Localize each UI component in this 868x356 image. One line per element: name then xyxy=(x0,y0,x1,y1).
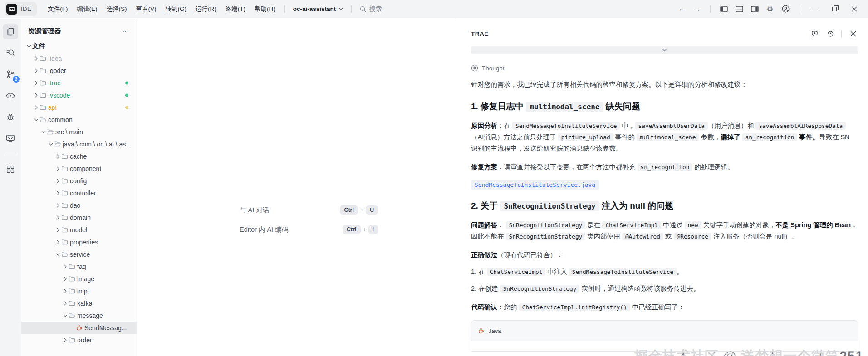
tree-folder-item[interactable]: java \ com \ oc \ ai \ as... xyxy=(21,138,137,150)
layout-right-icon[interactable] xyxy=(748,3,761,15)
text-segment: 是在 xyxy=(585,221,602,229)
menu-item[interactable]: 查看(V) xyxy=(131,3,161,15)
menu-item[interactable]: 编辑(E) xyxy=(72,3,102,15)
tree-folder-item[interactable]: .vscode xyxy=(21,89,137,101)
tree-folder-item[interactable]: model xyxy=(21,224,137,236)
bold-text: 问题解答 xyxy=(471,221,497,229)
preview-eye-icon[interactable] xyxy=(3,88,18,103)
tree-file-item[interactable]: SendMessag... xyxy=(21,322,137,334)
code-block: Java xyxy=(471,320,858,352)
close-panel-icon[interactable] xyxy=(847,28,859,39)
debug-bug-icon[interactable] xyxy=(3,109,18,125)
titlebar-divider xyxy=(710,5,711,13)
file-link[interactable]: SendMessageToInstituteService.java xyxy=(471,180,599,190)
tree-folder-item[interactable]: domain xyxy=(21,211,137,224)
bold-text: 不是 Spring 管理的 Bean xyxy=(775,221,851,229)
titlebar-divider xyxy=(284,5,285,13)
tree-folder-item[interactable]: .idea xyxy=(21,52,137,64)
folder-icon xyxy=(39,79,48,86)
text-segment: 1. 在 xyxy=(471,268,487,275)
chevron-right-icon xyxy=(54,166,61,171)
menu-item[interactable]: 转到(G) xyxy=(161,3,191,15)
bold-text: 漏掉了 xyxy=(721,133,742,141)
inline-code-chip: SendMessageToInstituteService xyxy=(512,122,620,130)
new-chat-icon[interactable] xyxy=(809,28,820,39)
tree-item-label: config xyxy=(70,177,87,185)
layout-left-icon[interactable] xyxy=(717,3,731,15)
text-segment: 事件的 xyxy=(613,133,637,141)
explorer-files-icon[interactable] xyxy=(3,24,18,39)
inline-code-chip: sn_recognition xyxy=(742,133,798,141)
menu-item[interactable]: 文件(F) xyxy=(43,3,72,15)
tree-folder-item[interactable]: message xyxy=(21,309,137,322)
bold-text: 正确做法 xyxy=(471,251,497,258)
tree-folder-item[interactable]: api xyxy=(21,101,137,113)
settings-gear-icon[interactable]: ⚙ xyxy=(763,3,777,15)
project-selector[interactable]: oc-ai-assistant xyxy=(289,4,347,14)
tree-folder-item[interactable]: src \ main xyxy=(21,126,137,138)
shortcut-keys: Ctrl+I xyxy=(343,225,378,234)
tree-folder-item[interactable]: impl xyxy=(21,285,137,297)
tree-folder-item[interactable]: kafka xyxy=(21,297,137,309)
menu-bar: 文件(F)编辑(E)选择(S)查看(V)转到(G)运行(R)终端(T)帮助(H) xyxy=(43,3,280,15)
inline-code-chip: ChatServiceImpl.initRegistry() xyxy=(519,303,630,311)
forward-arrow-icon[interactable]: → xyxy=(690,3,704,15)
app-logo[interactable]: IDE xyxy=(5,2,37,16)
extensions-grid-icon[interactable] xyxy=(3,161,18,177)
tree-folder-item[interactable]: config xyxy=(21,175,137,187)
folder-icon xyxy=(69,275,77,282)
folder-icon xyxy=(39,67,48,74)
chevron-down-icon xyxy=(40,130,47,134)
inline-code-chip: sn_recognition xyxy=(638,163,693,171)
source-control-icon[interactable]: 3 xyxy=(3,67,18,82)
chevron-down-icon xyxy=(33,118,39,122)
tree-folder-item[interactable]: controller xyxy=(21,187,137,199)
search-icon[interactable] xyxy=(3,45,18,61)
tree-folder-item[interactable]: order xyxy=(21,334,137,346)
global-search[interactable]: 搜索 xyxy=(356,3,385,15)
chevron-right-icon xyxy=(54,203,61,208)
inline-code-chip: SnRecognitionStrategy xyxy=(506,233,586,240)
source-control-badge: 3 xyxy=(13,76,20,83)
inline-code-chip: SendMessageToInstituteService xyxy=(569,268,677,276)
tree-folder-item[interactable]: dao xyxy=(21,199,137,211)
tree-folder-item[interactable]: service xyxy=(21,248,137,260)
trae-chat-panel: TRAE Thought 针对您的需求，我已经完成了所有相关代码的检查和修复方案… xyxy=(454,19,868,356)
minimize-icon[interactable] xyxy=(805,3,824,15)
more-actions-icon[interactable]: ⋯ xyxy=(122,27,129,35)
chat-heading: 1. 修复日志中 multimodal_scene 缺失问题 xyxy=(471,100,858,113)
history-icon[interactable] xyxy=(824,28,836,39)
restore-icon[interactable] xyxy=(825,3,843,15)
tree-folder-item[interactable]: properties xyxy=(21,236,137,248)
tree-folder-item[interactable]: .trae xyxy=(21,77,137,89)
menu-item[interactable]: 终端(T) xyxy=(221,3,250,15)
tree-folder-item[interactable]: 文件 xyxy=(21,40,137,52)
chat-message-area: Thought 针对您的需求，我已经完成了所有相关代码的检查和修复方案。以下是详… xyxy=(471,46,858,356)
remote-screen-icon[interactable] xyxy=(3,131,18,146)
tree-folder-item[interactable]: faq xyxy=(21,260,137,273)
thought-row[interactable]: Thought xyxy=(471,64,858,72)
account-icon[interactable] xyxy=(779,3,792,15)
menu-item[interactable]: 运行(R) xyxy=(191,3,221,15)
tree-folder-item[interactable]: common xyxy=(21,113,137,126)
text-segment: 或 xyxy=(663,233,674,240)
titlebar-controls: ← → ⚙ xyxy=(675,3,863,15)
folder-open-icon xyxy=(61,251,70,258)
tree-folder-item[interactable]: image xyxy=(21,273,137,285)
menu-item[interactable]: 选择(S) xyxy=(102,3,131,15)
layout-bottom-icon[interactable] xyxy=(732,3,746,15)
tree-folder-item[interactable]: component xyxy=(21,162,137,175)
editor-area[interactable]: 与 AI 对话Ctrl+UEditor 内 AI 编码Ctrl+I xyxy=(137,19,454,356)
tree-item-label: cache xyxy=(70,153,87,160)
back-arrow-icon[interactable]: ← xyxy=(675,3,688,15)
tree-item-label: .idea xyxy=(48,55,62,62)
tree-folder-item[interactable]: cache xyxy=(21,150,137,162)
menu-item[interactable]: 帮助(H) xyxy=(250,3,280,15)
tree-item-label: domain xyxy=(70,214,91,221)
conversation-collapse-bar[interactable] xyxy=(471,46,858,54)
tree-item-label: api xyxy=(48,104,57,111)
tree-folder-item[interactable]: .qoder xyxy=(21,64,137,77)
key-cap: U xyxy=(366,205,378,215)
inline-code-chip: SnRecognitionStrategy xyxy=(500,285,580,293)
close-icon[interactable] xyxy=(845,3,863,15)
